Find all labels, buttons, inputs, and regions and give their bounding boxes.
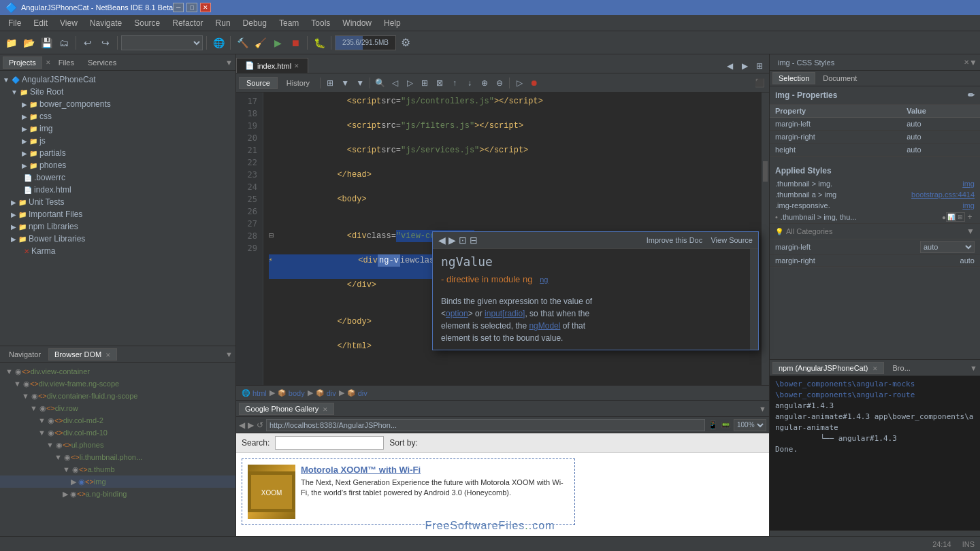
prop-value-select[interactable]: auto [920,241,975,253]
terminal-scrollbar[interactable] [770,531,980,536]
et-btn[interactable]: ⊠ [433,76,446,90]
menu-run[interactable]: Run [210,17,236,29]
phone-name[interactable]: Motorola XOOM™ with Wi-Fi [301,465,569,475]
stop-button[interactable]: ⏹ [287,35,304,51]
menu-team[interactable]: Team [274,17,304,29]
applied-item[interactable]: .img-responsive. img [770,200,980,211]
et-btn[interactable]: ⊕ [478,76,491,90]
tab-navigator[interactable]: Navigator [3,348,47,361]
css-prop-row[interactable]: margin-left auto [770,118,980,131]
dom-item[interactable]: ▼ ◉ <> div.view-container [0,365,235,378]
close-button[interactable]: ✕ [200,3,211,12]
doc-back-btn[interactable]: ◀ [438,235,446,246]
save-all-button[interactable]: 🗂 [56,35,72,51]
edit-icon[interactable]: ✏ [968,90,975,100]
minimize-button[interactable]: ─ [173,3,184,12]
gallery-tab-close[interactable]: ✕ [323,406,328,413]
tab-files[interactable]: Files [52,56,80,69]
maximize-btn[interactable]: ⬛ [753,76,766,90]
tree-site-root[interactable]: ▼ 📁 Site Root [0,86,235,98]
menu-navigate[interactable]: Navigate [84,17,127,29]
dom-item[interactable]: ▶ ◉ <> a.ng-binding [0,488,235,500]
tree-phones[interactable]: ▶ 📁 phones [0,159,235,171]
tab-services[interactable]: Services [82,56,122,69]
css-panel-min[interactable]: ▼ [969,58,977,67]
npm-tab-close[interactable]: ✕ [872,365,878,372]
tree-bower[interactable]: ▶ 📁 bower_components [0,98,235,110]
et-btn[interactable]: ⏺ [527,76,541,90]
dom-item[interactable]: ▼ ◉ <> ul.phones [0,439,235,451]
css-bottom-prop[interactable]: margin-right auto [770,255,980,267]
add-icon[interactable]: + [965,212,975,222]
tab-close[interactable]: ✕ [294,63,299,69]
gc-button[interactable]: ⚙ [397,35,414,51]
css-prop-row[interactable]: margin-right auto [770,131,980,144]
et-btn[interactable]: ▼ [338,76,352,90]
applied-item[interactable]: .thumbnail > img. img [770,178,980,189]
tree-root[interactable]: ▼ 🔷 AngularJSPhoneCat [0,73,235,86]
applied-source[interactable]: img [962,201,975,210]
dom-item[interactable]: ▼ ◉ <> div.row [0,402,235,414]
tree-karma[interactable]: ✕ Karma [0,245,235,257]
et-btn[interactable]: ⊖ [493,76,506,90]
menu-edit[interactable]: Edit [28,17,53,29]
option-link[interactable]: option [446,309,468,318]
tab-document[interactable]: Document [817,72,863,84]
tree-css[interactable]: ▶ 📁 css [0,110,235,122]
browser-button[interactable]: 🌐 [210,35,227,51]
build-button[interactable]: 🔨 [234,35,250,51]
editor-tab-index[interactable]: 📄 index.html ✕ [236,58,308,73]
run-button[interactable]: ▶ [270,35,286,51]
dom-item[interactable]: ▼ ◉ <> div.container-fluid.ng-scope [0,390,235,402]
browser-panel-min[interactable]: ▼ [759,405,766,413]
menu-tools[interactable]: Tools [306,17,336,29]
input-link[interactable]: input[radio] [485,309,525,318]
maximize-button[interactable]: □ [186,3,197,12]
tree-js[interactable]: ▶ 📁 js [0,135,235,147]
right-bottom-min[interactable]: ▼ [970,364,977,372]
tab-projects[interactable]: Projects [3,56,42,69]
history-tab[interactable]: History [279,77,317,89]
applied-source[interactable]: bootstrap.css:4414 [911,190,975,199]
split-toggle-btn[interactable]: ⊞ [753,59,766,73]
debug-button[interactable]: 🐛 [311,35,327,51]
split-right-btn[interactable]: ▶ [738,59,751,73]
css-prop-row[interactable]: height auto [770,144,980,156]
tree-npm[interactable]: ▶ 📁 npm Libraries [0,220,235,233]
et-btn[interactable]: ↑ [448,76,461,90]
menu-view[interactable]: View [54,17,83,29]
tab-npm[interactable]: npm (AngularJSPhoneCat) ✕ [772,362,884,374]
tree-partials[interactable]: ▶ 📁 partials [0,147,235,159]
menu-window[interactable]: Window [337,17,377,29]
filter-dropdown[interactable]: ▼ [966,227,975,236]
zoom-select[interactable]: 100% [734,419,766,431]
split-left-btn[interactable]: ◀ [723,59,736,73]
improve-doc-link[interactable]: Improve this Doc View Source [647,236,753,244]
tab-selection[interactable]: Selection [772,72,815,84]
doc-scrollbar[interactable] [750,249,758,350]
tree-index[interactable]: 📄 index.html [0,184,235,196]
forward-btn[interactable]: ▶ [248,420,254,430]
et-btn[interactable]: ▷ [403,76,416,90]
projects-tab-close[interactable]: ✕ [46,59,51,66]
et-btn[interactable]: ▼ [353,76,367,90]
clean-button[interactable]: 🧹 [252,35,268,51]
redo-button[interactable]: ↪ [97,35,114,51]
et-btn[interactable]: ⊞ [323,76,337,90]
new-project-button[interactable]: 📁 [3,35,19,51]
et-btn[interactable]: ◁ [388,76,402,90]
bc-div1[interactable]: div [327,389,336,397]
dom-item[interactable]: ▼ ◉ <> div.view-frame.ng-scope [0,378,235,390]
url-input[interactable] [266,419,705,431]
tree-bower-libs[interactable]: ▶ 📁 Bower Libraries [0,233,235,245]
run-config-combo[interactable] [121,35,203,50]
reload-btn[interactable]: ↺ [257,420,263,430]
dom-tab-close[interactable]: ✕ [105,352,111,358]
dom-item[interactable]: ▼ ◉ <> a.thumb [0,463,235,475]
menu-debug[interactable]: Debug [238,17,272,29]
et-btn[interactable]: ▷ [512,76,526,90]
doc-icon2[interactable]: ⊟ [470,235,478,246]
et-btn[interactable]: 🔍 [373,76,387,90]
css-bottom-prop[interactable]: margin-left auto [770,239,980,255]
tree-unit-tests[interactable]: ▶ 📁 Unit Tests [0,196,235,208]
